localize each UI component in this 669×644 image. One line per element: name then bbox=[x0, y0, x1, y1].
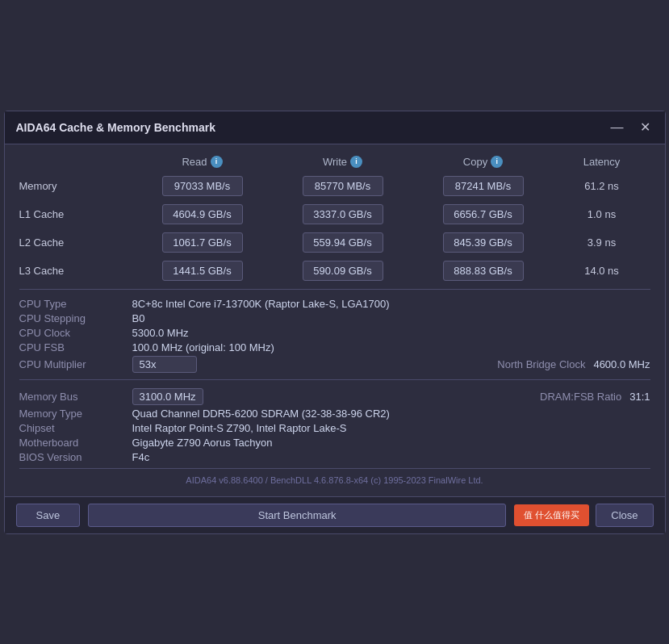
memory-bus-row: Memory Bus 3100.0 MHz DRAM:FSB Ratio 31:… bbox=[19, 388, 650, 405]
write-cell: 590.09 GB/s bbox=[273, 261, 413, 281]
latency-value: 3.9 ns bbox=[560, 236, 644, 249]
memory-type-row: Memory Type Quad Channel DDR5-6200 SDRAM… bbox=[19, 408, 650, 420]
memory-type-value: Quad Channel DDR5-6200 SDRAM (32-38-38-9… bbox=[132, 408, 650, 420]
copy-info-icon[interactable]: i bbox=[491, 156, 503, 168]
read-column-header: Read i bbox=[132, 156, 273, 168]
latency-cell: 14.0 ns bbox=[554, 265, 650, 277]
close-button[interactable]: ✕ bbox=[637, 119, 654, 136]
write-value: 559.94 GB/s bbox=[303, 232, 383, 253]
latency-value: 1.0 ns bbox=[560, 208, 644, 220]
bench-row-label: L2 Cache bbox=[19, 236, 132, 249]
info-section: CPU Type 8C+8c Intel Core i7-13700K (Rap… bbox=[19, 298, 650, 373]
latency-cell: 1.0 ns bbox=[554, 208, 650, 220]
cpu-stepping-row: CPU Stepping B0 bbox=[19, 312, 650, 324]
read-cell: 97033 MB/s bbox=[132, 176, 273, 196]
copy-cell: 87241 MB/s bbox=[413, 176, 554, 196]
minimize-button[interactable]: — bbox=[608, 119, 627, 136]
copy-cell: 6656.7 GB/s bbox=[413, 204, 554, 224]
memory-bus-value: 3100.0 MHz bbox=[132, 388, 203, 405]
north-bridge-area: North Bridge Clock 4600.0 MHz bbox=[497, 358, 650, 370]
bench-row: L2 Cache 1061.7 GB/s 559.94 GB/s 845.39 … bbox=[19, 232, 650, 253]
read-info-icon[interactable]: i bbox=[211, 156, 223, 168]
motherboard-label: Motherboard bbox=[19, 437, 132, 449]
write-cell: 559.94 GB/s bbox=[273, 232, 413, 253]
info-section-2: Memory Bus 3100.0 MHz DRAM:FSB Ratio 31:… bbox=[19, 388, 650, 463]
divider-2 bbox=[19, 379, 650, 380]
memory-bus-label: Memory Bus bbox=[19, 391, 132, 403]
cpu-fsb-label: CPU FSB bbox=[19, 341, 132, 353]
footer-text: AIDA64 v6.88.6400 / BenchDLL 4.6.876.8-x… bbox=[19, 468, 650, 488]
divider-1 bbox=[19, 289, 650, 290]
copy-column-header: Copy i bbox=[413, 156, 554, 168]
cpu-clock-value: 5300.0 MHz bbox=[132, 327, 650, 339]
copy-value: 845.39 GB/s bbox=[443, 232, 524, 253]
cpu-clock-row: CPU Clock 5300.0 MHz bbox=[19, 327, 650, 339]
bench-row-label: L3 Cache bbox=[19, 265, 132, 277]
title-bar: AIDA64 Cache & Memory Benchmark — ✕ bbox=[5, 111, 665, 144]
latency-value: 61.2 ns bbox=[560, 180, 644, 192]
watermark-badge: 值 什么值得买 bbox=[514, 504, 589, 526]
bios-value: F4c bbox=[132, 451, 650, 463]
latency-cell: 3.9 ns bbox=[554, 236, 650, 249]
dram-fsb-area: DRAM:FSB Ratio 31:1 bbox=[540, 391, 650, 403]
cpu-type-value: 8C+8c Intel Core i7-13700K (Raptor Lake-… bbox=[132, 298, 650, 310]
copy-value: 87241 MB/s bbox=[443, 176, 524, 196]
dram-fsb-ratio-value: 31:1 bbox=[629, 391, 650, 403]
main-window: AIDA64 Cache & Memory Benchmark — ✕ Read… bbox=[4, 111, 666, 534]
cpu-stepping-label: CPU Stepping bbox=[19, 312, 132, 324]
bench-row-label: L1 Cache bbox=[19, 208, 132, 220]
button-bar: Save Start Benchmark 值 什么值得买 Close bbox=[5, 496, 665, 533]
read-value: 4604.9 GB/s bbox=[162, 204, 243, 224]
cpu-multiplier-row: CPU Multiplier 53x North Bridge Clock 46… bbox=[19, 356, 650, 373]
title-bar-buttons: — ✕ bbox=[608, 119, 654, 136]
chipset-row: Chipset Intel Raptor Point-S Z790, Intel… bbox=[19, 422, 650, 434]
copy-value: 888.83 GB/s bbox=[443, 261, 524, 281]
start-benchmark-button[interactable]: Start Benchmark bbox=[88, 504, 506, 527]
cpu-stepping-value: B0 bbox=[132, 312, 650, 324]
copy-cell: 888.83 GB/s bbox=[413, 261, 554, 281]
cpu-multiplier-value: 53x bbox=[132, 356, 197, 373]
bios-version-row: BIOS Version F4c bbox=[19, 451, 650, 463]
north-bridge-clock-label: North Bridge Clock bbox=[497, 358, 585, 370]
cpu-type-row: CPU Type 8C+8c Intel Core i7-13700K (Rap… bbox=[19, 298, 650, 310]
read-cell: 4604.9 GB/s bbox=[132, 204, 273, 224]
bios-label: BIOS Version bbox=[19, 451, 132, 463]
bench-row-label: Memory bbox=[19, 180, 132, 192]
cpu-fsb-value: 100.0 MHz (original: 100 MHz) bbox=[132, 341, 650, 353]
bench-row: L3 Cache 1441.5 GB/s 590.09 GB/s 888.83 … bbox=[19, 261, 650, 281]
read-cell: 1061.7 GB/s bbox=[132, 232, 273, 253]
bench-header: Read i Write i Copy i Latency bbox=[19, 156, 650, 171]
dram-fsb-ratio-label: DRAM:FSB Ratio bbox=[540, 391, 621, 403]
bench-rows-container: Memory 97033 MB/s 85770 MB/s 87241 MB/s … bbox=[19, 176, 650, 281]
latency-column-header: Latency bbox=[554, 156, 650, 168]
cpu-clock-label: CPU Clock bbox=[19, 327, 132, 339]
read-value: 1061.7 GB/s bbox=[162, 232, 243, 253]
write-value: 85770 MB/s bbox=[303, 176, 383, 196]
read-cell: 1441.5 GB/s bbox=[132, 261, 273, 281]
write-column-header: Write i bbox=[273, 156, 413, 168]
motherboard-row: Motherboard Gigabyte Z790 Aorus Tachyon bbox=[19, 437, 650, 449]
chipset-value: Intel Raptor Point-S Z790, Intel Raptor … bbox=[132, 422, 650, 434]
motherboard-value: Gigabyte Z790 Aorus Tachyon bbox=[132, 437, 650, 449]
window-title: AIDA64 Cache & Memory Benchmark bbox=[16, 121, 215, 134]
close-area: 值 什么值得买 Close bbox=[514, 504, 653, 527]
latency-value: 14.0 ns bbox=[560, 265, 644, 277]
save-button[interactable]: Save bbox=[16, 504, 81, 527]
read-value: 1441.5 GB/s bbox=[162, 261, 243, 281]
cpu-multiplier-label: CPU Multiplier bbox=[19, 358, 132, 370]
cpu-type-label: CPU Type bbox=[19, 298, 132, 310]
write-value: 590.09 GB/s bbox=[303, 261, 383, 281]
memory-type-label: Memory Type bbox=[19, 408, 132, 420]
write-value: 3337.0 GB/s bbox=[303, 204, 383, 224]
write-cell: 3337.0 GB/s bbox=[273, 204, 413, 224]
cpu-fsb-row: CPU FSB 100.0 MHz (original: 100 MHz) bbox=[19, 341, 650, 353]
copy-cell: 845.39 GB/s bbox=[413, 232, 554, 253]
content-area: Read i Write i Copy i Latency Memory 970… bbox=[5, 144, 665, 496]
write-info-icon[interactable]: i bbox=[350, 156, 362, 168]
bottom-close-button[interactable]: Close bbox=[596, 504, 653, 527]
latency-cell: 61.2 ns bbox=[554, 180, 650, 192]
chipset-label: Chipset bbox=[19, 422, 132, 434]
north-bridge-clock-value: 4600.0 MHz bbox=[593, 358, 650, 370]
copy-value: 6656.7 GB/s bbox=[443, 204, 524, 224]
bench-row: Memory 97033 MB/s 85770 MB/s 87241 MB/s … bbox=[19, 176, 650, 196]
